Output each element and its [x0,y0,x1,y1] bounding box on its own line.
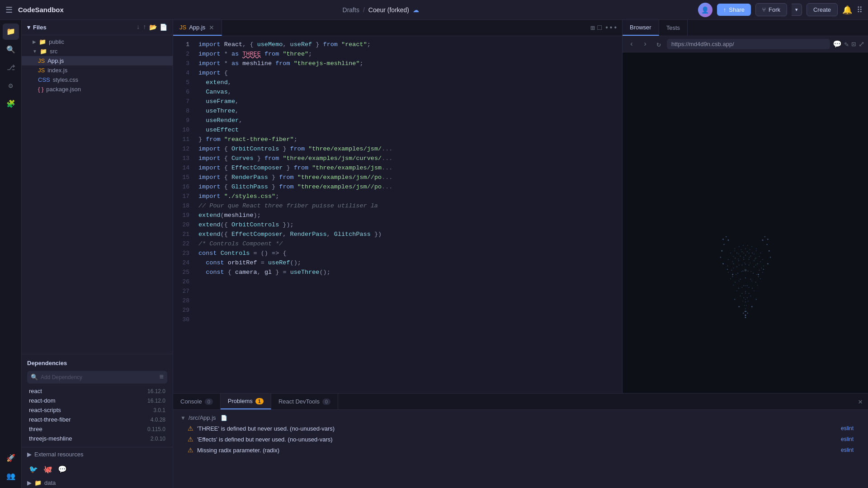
file-tree-item-css[interactable]: CSS styles.css [22,75,173,84]
external-resources-header[interactable]: ▶ External resources [22,449,173,460]
new-file-icon[interactable]: 📄 [160,23,167,31]
sort-down-icon[interactable]: ↓ [136,23,140,31]
line-num-22: 22 [173,239,195,249]
file-tree-item-data[interactable]: ▶ 📁 data [22,478,173,488]
dep-react-scripts[interactable]: react-scripts 3.0.1 [22,405,173,415]
dep-react-three-fiber[interactable]: react-three-fiber 4.0.28 [22,415,173,424]
sidebar-item-settings[interactable]: ⚙ [3,78,19,94]
dependency-search-input[interactable] [41,374,156,380]
code-line-29: const { camera, gl } = useThree(); [198,267,622,277]
svg-point-103 [757,263,758,264]
edit-icon[interactable]: ✎ [844,40,849,49]
bell-icon[interactable]: 🔔 [842,5,852,15]
svg-point-112 [737,273,738,274]
file-tree-item-packagejson[interactable]: { } package.json [22,84,173,94]
twitter-icon[interactable]: 🐦 [29,465,38,474]
sidebar-item-users[interactable]: 👥 [3,468,19,484]
svg-point-18 [767,239,768,240]
svg-point-47 [727,266,728,267]
drafts-link[interactable]: Drafts [343,6,359,14]
tab-browser[interactable]: Browser [623,20,659,36]
more-options-icon[interactable]: ••• [604,24,618,32]
split-editor-icon[interactable]: ⊞ [590,23,595,33]
svg-point-90 [741,251,742,252]
back-button[interactable]: ‹ [626,39,637,50]
fork-button[interactable]: ⑂ Fork [755,3,787,16]
svg-point-34 [741,249,741,250]
dependency-search[interactable]: 🔍 ≡ [27,371,167,384]
project-name: Coeur (forked) [368,6,409,14]
files-title[interactable]: ▾ Files [27,24,47,31]
svg-point-6 [726,269,727,270]
svg-point-42 [743,253,744,253]
svg-point-48 [732,261,733,262]
file-tree-item-appjs[interactable]: JS App.js [22,56,173,66]
forward-button[interactable]: › [640,39,651,50]
create-button[interactable]: Create [807,3,838,16]
dependencies-header[interactable]: Dependencies [22,358,173,368]
svg-point-74 [757,285,758,286]
hamburger-icon[interactable]: ☰ [5,5,13,15]
editor-tabs: JS App.js ✕ ⊞ □ ••• [173,20,622,36]
github-icon[interactable]: 🐙 [43,465,52,474]
screen-icon[interactable]: ⊡ [851,40,856,49]
more-icon[interactable]: ⠿ [857,5,863,15]
svg-point-33 [734,250,735,251]
file-tree-item-public[interactable]: ▶ 📁 public [22,37,173,47]
problem-2[interactable]: ⚠ 'Effects' is defined but never used. (… [173,434,868,445]
tab-react-devtools[interactable]: React DevTools 0 [271,394,338,409]
svg-point-28 [743,245,744,246]
cloud-icon: ☁ [413,6,419,14]
sidebar-item-rocket[interactable]: 🚀 [3,450,19,466]
file-tree-item-src[interactable]: ▼ 📁 src [22,47,173,56]
tab-console[interactable]: Console 0 [173,394,221,409]
problem-3[interactable]: ⚠ Missing radix parameter. (radix) eslin… [173,445,868,455]
tab-close-button[interactable]: ✕ [208,24,215,31]
browser-toolbar: ‹ › ↻ 💬 ✎ ⊡ ⤢ [623,36,868,52]
dep-react[interactable]: react 16.12.0 [22,386,173,396]
svg-point-76 [741,287,742,288]
dep-three[interactable]: three 0.115.0 [22,424,173,434]
svg-point-124 [746,285,747,286]
close-bottom-panel[interactable]: ✕ [853,394,868,409]
sidebar-item-git[interactable]: ⎇ [3,60,19,76]
code-line-15: import { EffectComposer } from "three/ex… [198,163,622,173]
svg-point-63 [730,278,731,279]
sidebar-item-extensions[interactable]: 🧩 [3,96,19,112]
comment-icon[interactable]: 💬 [833,40,842,49]
list-icon[interactable]: ≡ [159,373,164,381]
file-tree-item-indexjs[interactable]: JS index.js [22,66,173,75]
refresh-button[interactable]: ↻ [653,39,664,50]
svg-point-126 [741,293,742,294]
sidebar-item-files[interactable]: 📁 [3,23,19,40]
discord-icon[interactable]: 💬 [58,465,67,474]
svg-point-39 [728,259,729,260]
sidebar-item-search[interactable]: 🔍 [3,42,19,58]
problem-1[interactable]: ⚠ 'THREE' is defined but never used. (no… [173,423,868,434]
tab-problems[interactable]: Problems 1 [221,394,271,409]
open-new-icon[interactable]: ⤢ [859,40,864,49]
svg-point-8 [726,236,726,237]
share-button[interactable]: ↑ Share [717,4,751,16]
url-bar[interactable] [667,39,830,49]
new-folder-icon[interactable]: 📂 [149,23,157,31]
svg-point-38 [760,253,761,253]
fork-caret-button[interactable]: ▾ [792,4,802,16]
problem-file-path[interactable]: ▼ /src/App.js 📄 [173,413,868,423]
svg-point-57 [738,265,739,266]
svg-point-14 [767,263,768,264]
editor-browser-container: JS App.js ✕ ⊞ □ ••• 1 2 3 4 [173,20,868,488]
svg-point-86 [744,305,745,306]
preview-icon[interactable]: □ [598,24,602,32]
tab-tests[interactable]: Tests [659,20,688,36]
line-num-19: 19 [173,211,195,220]
svg-point-131 [745,301,745,302]
svg-point-94 [740,256,741,257]
sort-up-icon[interactable]: ↑ [143,23,146,31]
avatar[interactable]: 👤 [698,3,712,17]
svg-point-22 [738,306,740,307]
dep-threejs-meshline[interactable]: threejs-meshline 2.0.10 [22,434,173,443]
code-line-2: import * as THREE from "three"; [198,49,622,59]
dep-react-dom[interactable]: react-dom 16.12.0 [22,396,173,405]
tab-appjs[interactable]: JS App.js ✕ [173,20,222,36]
